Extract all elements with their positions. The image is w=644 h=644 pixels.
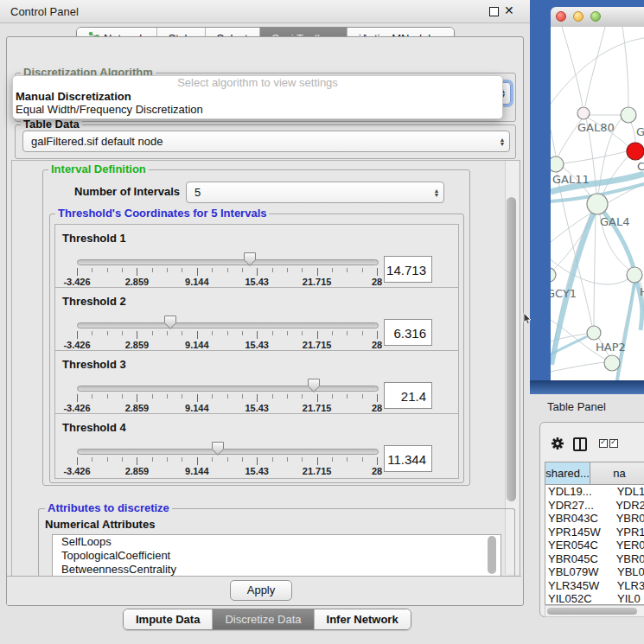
slider-tick xyxy=(302,457,303,462)
network-node[interactable] xyxy=(587,326,601,340)
horizontal-scrollbar[interactable] xyxy=(545,605,644,617)
threshold-value-field[interactable]: 21.4 xyxy=(384,382,432,409)
table-row[interactable]: YER054CYER0 xyxy=(545,539,644,552)
slider-tick xyxy=(212,331,213,335)
slider-tick xyxy=(137,331,137,339)
table-cell[interactable]: YBL0 xyxy=(615,565,644,579)
table-row[interactable]: YPR145WYPR1 xyxy=(545,526,644,539)
checkbox-icon[interactable] xyxy=(609,439,618,448)
slider-tick xyxy=(332,268,333,272)
table-cell[interactable]: YBR043C xyxy=(545,512,614,526)
slider-tick xyxy=(122,457,123,462)
table-data-combobox[interactable]: galFiltered.sif default node ▲▼ xyxy=(22,131,510,152)
network-canvas[interactable]: GAL80GAGAL11CGAL4GCY1HHAP2 xyxy=(551,27,644,380)
tab-discretize-data[interactable]: Discretize Data xyxy=(212,609,313,629)
float-window-icon[interactable] xyxy=(489,7,499,16)
slider-tick-label: 2.859 xyxy=(125,340,150,350)
slider-tick xyxy=(182,268,182,272)
slider-tick xyxy=(77,331,78,339)
slider-tick xyxy=(212,457,213,462)
slider-thumb[interactable] xyxy=(212,442,224,456)
slider-tick xyxy=(317,457,318,465)
table-cell[interactable]: YER054C xyxy=(545,539,614,552)
slider-thumb[interactable] xyxy=(308,379,320,392)
num-intervals-label: Number of Intervals xyxy=(74,185,180,198)
table-row[interactable]: YDL19...YDL1 xyxy=(545,485,644,499)
table-cell[interactable]: YBR045C xyxy=(545,552,614,566)
checkbox-icon[interactable] xyxy=(599,439,608,448)
table-cell[interactable]: YDR2 xyxy=(613,499,644,513)
close-icon[interactable]: ✕ xyxy=(504,3,514,17)
table-cell[interactable]: YPR145W xyxy=(545,526,614,539)
slider-thumb[interactable] xyxy=(244,252,256,266)
slider-thumb[interactable] xyxy=(164,316,176,329)
columns-icon[interactable] xyxy=(573,437,587,451)
mouse-cursor xyxy=(523,313,533,328)
slider-tick xyxy=(272,331,273,335)
network-node[interactable] xyxy=(604,355,620,371)
horizontal-scrollbar-thumb[interactable] xyxy=(547,608,637,615)
slider-tick xyxy=(137,268,137,276)
apply-button[interactable]: Apply xyxy=(230,580,292,601)
num-intervals-combobox[interactable]: 5 ▲▼ xyxy=(186,182,444,203)
attribute-list-item[interactable]: TopologicalCoefficient xyxy=(53,549,501,563)
slider-tick xyxy=(257,331,258,339)
threshold-value-field[interactable]: 6.316 xyxy=(384,319,432,346)
attribute-list-item[interactable]: BetweennessCentrality xyxy=(53,563,501,577)
slider-tick xyxy=(362,268,363,272)
table-cell[interactable]: YBR0 xyxy=(614,512,644,526)
minimize-traffic-light-icon[interactable] xyxy=(573,11,583,22)
table-row[interactable]: YIL052CYIL0 xyxy=(545,592,644,605)
table-cell[interactable]: YBR0 xyxy=(614,552,644,566)
slider-tick xyxy=(92,457,92,462)
table-cell[interactable]: YPR1 xyxy=(614,526,644,539)
slider-tick-label: 2.859 xyxy=(125,277,150,287)
table-cell[interactable]: YBL079W xyxy=(545,565,615,579)
table-row[interactable]: YBR043CYBR0 xyxy=(545,512,644,526)
table-cell[interactable]: YDL19... xyxy=(545,485,615,499)
slider-tick-label: 15.43 xyxy=(245,466,269,476)
node-label: GAL11 xyxy=(552,173,590,186)
table-cell[interactable]: YIL0 xyxy=(615,592,641,605)
dropdown-option-manual[interactable]: Manual Discretization xyxy=(13,90,502,103)
tab-infer-network[interactable]: Infer Network xyxy=(314,609,411,629)
vertical-scrollbar-thumb[interactable] xyxy=(507,197,516,501)
slider-tick xyxy=(152,331,153,335)
table-cell[interactable]: YER0 xyxy=(614,539,644,552)
table-cell[interactable]: YLR345W xyxy=(545,579,615,593)
table-cell[interactable]: YDR27... xyxy=(545,499,613,513)
table-cell[interactable]: YLR3 xyxy=(615,579,644,593)
table-rows: YDL19...YDL1YDR27...YDR2YBR043CYBR0YPR14… xyxy=(545,485,644,605)
table-row[interactable]: YBR045CYBR0 xyxy=(545,552,644,566)
slider-tick xyxy=(287,268,288,272)
attributes-scrollbar-thumb[interactable] xyxy=(488,536,496,574)
network-node[interactable] xyxy=(587,194,608,214)
threshold-value-field[interactable]: 14.713 xyxy=(384,256,432,283)
column-header-name[interactable]: na xyxy=(590,462,644,484)
network-node[interactable] xyxy=(577,107,590,119)
column-header-shared[interactable]: shared... xyxy=(545,462,590,484)
slider-tick-label: 15.43 xyxy=(245,403,269,413)
table-row[interactable]: YDR27...YDR2 xyxy=(545,499,644,513)
threshold-value-field[interactable]: 11.344 xyxy=(384,445,432,472)
network-node[interactable] xyxy=(551,268,556,282)
network-node-selected[interactable] xyxy=(627,143,644,160)
zoom-traffic-light-icon[interactable] xyxy=(590,11,601,22)
slider-tick xyxy=(92,331,92,335)
dropdown-option-equal-width[interactable]: Equal Width/Frequency Discretization xyxy=(13,103,502,116)
control-panel-titlebar xyxy=(0,0,530,23)
table-cell[interactable]: YDL1 xyxy=(615,485,644,499)
slider-tick xyxy=(377,394,378,402)
gear-icon[interactable] xyxy=(551,437,564,454)
tab-impute-data[interactable]: Impute Data xyxy=(124,609,212,629)
numerical-attributes-list[interactable]: SelfLoopsTopologicalCoefficientBetweenne… xyxy=(52,534,501,578)
table-row[interactable]: YBL079WYBL0 xyxy=(545,565,644,579)
network-node[interactable] xyxy=(551,156,564,172)
table-row[interactable]: YLR345WYLR3 xyxy=(545,579,644,593)
attribute-list-item[interactable]: SelfLoops xyxy=(53,535,501,549)
network-node[interactable] xyxy=(627,267,642,283)
table-cell[interactable]: YIL052C xyxy=(545,592,615,605)
close-traffic-light-icon[interactable] xyxy=(556,11,566,22)
network-node[interactable] xyxy=(621,107,636,123)
slider-tick xyxy=(332,331,333,335)
